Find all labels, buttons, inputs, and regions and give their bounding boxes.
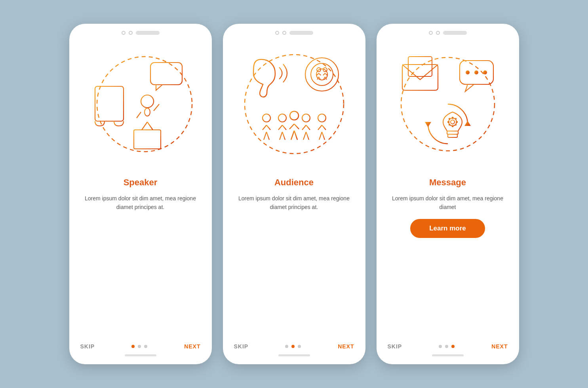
svg-point-76	[483, 70, 487, 74]
message-illustration	[388, 39, 507, 173]
dot-3-2	[445, 345, 448, 348]
skip-button-2[interactable]: SKIP	[234, 343, 249, 350]
svg-line-51	[289, 124, 294, 129]
phone-body-speaker: Lorem ipsum dolor sit dim amet, mea regi…	[69, 194, 212, 212]
dot-2-1	[285, 345, 288, 348]
svg-line-42	[266, 132, 269, 140]
phone-sensor-3	[436, 31, 440, 35]
svg-line-39	[263, 125, 266, 130]
home-bar-3	[432, 354, 464, 356]
svg-marker-77	[464, 121, 471, 126]
svg-line-52	[294, 124, 299, 129]
phone-title-message: Message	[429, 177, 466, 188]
svg-line-63	[318, 125, 322, 130]
svg-line-16	[137, 112, 141, 118]
svg-point-82	[451, 120, 455, 124]
speaker-illustration	[81, 39, 200, 173]
svg-point-75	[474, 70, 478, 74]
svg-line-45	[278, 125, 282, 130]
svg-marker-78	[425, 122, 431, 127]
home-bar-2	[278, 354, 310, 356]
svg-line-54	[294, 131, 297, 140]
svg-rect-68	[402, 65, 438, 90]
svg-line-48	[282, 132, 285, 140]
dot-1-1	[131, 345, 135, 348]
phone-body-message: Lorem ipsum dolor sit dim amet, mea regi…	[377, 194, 519, 212]
svg-line-60	[306, 132, 309, 140]
svg-point-21	[245, 55, 344, 154]
svg-rect-86	[456, 121, 458, 123]
phone-camera-3	[429, 31, 433, 35]
phone-title-audience: Audience	[274, 177, 314, 188]
svg-line-17	[154, 104, 159, 111]
phone-sensor	[129, 31, 133, 35]
dot-1-3	[144, 345, 147, 348]
audience-illustration	[235, 39, 354, 173]
svg-line-66	[322, 132, 325, 140]
home-bar-1	[125, 354, 156, 356]
phone-top-bar-3	[429, 31, 467, 35]
dot-3-1	[439, 345, 442, 348]
svg-line-20	[147, 122, 153, 130]
svg-point-55	[302, 114, 310, 122]
nav-dots-1	[131, 345, 147, 348]
next-button-1[interactable]: NEXT	[184, 343, 200, 350]
svg-rect-83	[452, 117, 453, 119]
svg-rect-89	[455, 118, 457, 120]
svg-point-43	[278, 114, 286, 122]
svg-point-49	[290, 111, 299, 120]
learn-more-button[interactable]: Learn more	[410, 219, 485, 238]
svg-line-65	[319, 132, 322, 140]
svg-line-64	[322, 125, 326, 130]
phone-title-speaker: Speaker	[124, 177, 158, 188]
phone-speaker-bar	[136, 31, 160, 35]
phone-camera	[122, 31, 126, 35]
svg-rect-80	[448, 134, 457, 137]
svg-line-53	[291, 131, 294, 140]
svg-rect-85	[447, 121, 449, 123]
phone-speaker: Speaker Lorem ipsum dolor sit dim amet, …	[69, 24, 212, 364]
phone-speaker-bar-3	[443, 31, 467, 35]
next-button-3[interactable]: NEXT	[491, 343, 508, 350]
svg-line-19	[142, 122, 147, 130]
skip-button-3[interactable]: SKIP	[388, 343, 402, 350]
svg-rect-79	[447, 131, 458, 134]
phone-top-bar	[122, 31, 160, 35]
svg-rect-69	[408, 57, 432, 76]
phone-top-bar-2	[275, 31, 313, 35]
svg-line-58	[306, 125, 310, 130]
dot-2-2	[291, 345, 295, 348]
svg-point-74	[466, 70, 470, 74]
phone-nav-audience: SKIP NEXT	[223, 343, 365, 350]
svg-rect-84	[452, 125, 453, 127]
phone-camera-2	[275, 31, 279, 35]
svg-line-47	[280, 132, 282, 140]
phone-nav-speaker: SKIP NEXT	[69, 343, 212, 350]
svg-rect-11	[134, 130, 161, 149]
svg-point-61	[318, 114, 326, 122]
svg-point-23	[311, 63, 333, 86]
phones-container: Speaker Lorem ipsum dolor sit dim amet, …	[69, 24, 519, 364]
phone-body-audience: Lorem ipsum dolor sit dim amet, mea regi…	[223, 194, 365, 212]
phone-sensor-2	[282, 31, 286, 35]
dot-1-2	[138, 345, 141, 348]
svg-point-37	[263, 114, 270, 122]
svg-line-41	[264, 132, 266, 140]
nav-dots-3	[439, 345, 455, 348]
svg-line-46	[282, 125, 286, 130]
next-button-2[interactable]: NEXT	[338, 343, 354, 350]
svg-line-59	[303, 132, 306, 140]
phone-speaker-bar-2	[289, 31, 313, 35]
svg-rect-87	[448, 118, 451, 120]
svg-line-57	[302, 125, 306, 130]
phone-message: Message Lorem ipsum dolor sit dim amet, …	[377, 24, 519, 364]
svg-line-40	[266, 125, 270, 130]
dot-3-3	[451, 345, 455, 348]
svg-point-15	[141, 95, 154, 108]
skip-button-1[interactable]: SKIP	[80, 343, 95, 350]
phone-nav-message: SKIP NEXT	[377, 343, 519, 350]
phone-audience: Audience Lorem ipsum dolor sit dim amet,…	[223, 24, 365, 364]
svg-rect-7	[150, 63, 182, 85]
nav-dots-2	[285, 345, 301, 348]
dot-2-3	[298, 345, 301, 348]
